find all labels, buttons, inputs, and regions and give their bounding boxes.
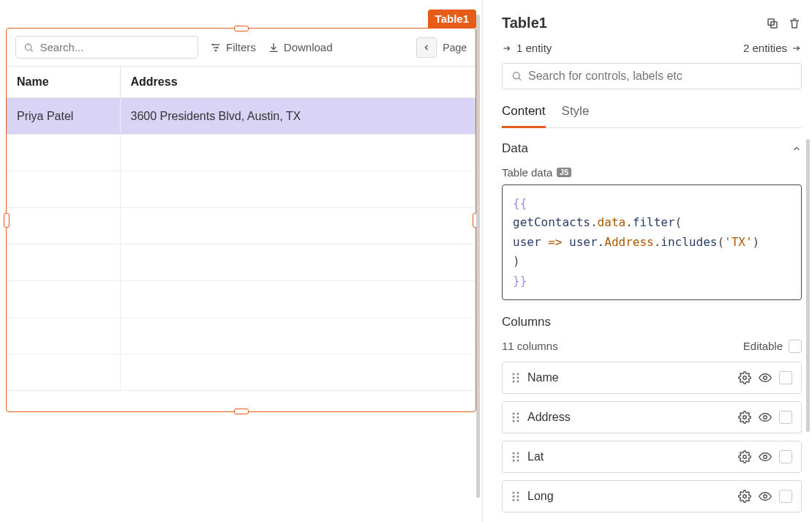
table-row[interactable] (7, 281, 475, 318)
column-checkbox[interactable] (779, 411, 792, 424)
panel-search[interactable] (502, 63, 802, 89)
panel-title: Table1 (502, 15, 758, 31)
svg-point-42 (513, 499, 515, 501)
column-name: Name (527, 371, 731, 384)
search-icon (511, 70, 522, 82)
delete-button[interactable] (787, 16, 802, 31)
gear-icon[interactable] (738, 450, 751, 463)
svg-point-20 (743, 376, 747, 380)
table-search-input[interactable] (40, 41, 190, 53)
drag-handle-icon[interactable] (511, 411, 520, 423)
panel-search-input[interactable] (528, 70, 792, 83)
table-header-row: Name Address (7, 67, 475, 98)
table-row[interactable]: Priya Patel 3600 Presidents Blvd, Austin… (7, 98, 475, 135)
col-header-address[interactable]: Address (120, 67, 475, 98)
crumb-right-text: 2 entities (743, 42, 787, 54)
svg-point-40 (513, 495, 515, 497)
drag-handle-icon[interactable] (511, 451, 520, 463)
column-checkbox[interactable] (779, 450, 792, 463)
gear-icon[interactable] (738, 411, 751, 424)
column-row[interactable]: Name (502, 362, 802, 394)
property-panel: Table1 1 entity 2 entities Content (483, 0, 812, 522)
crumb-left-text: 1 entity (516, 42, 552, 54)
resize-handle-bottom[interactable] (234, 409, 249, 414)
eye-icon[interactable] (759, 490, 772, 503)
svg-point-39 (517, 491, 519, 493)
svg-point-23 (517, 412, 519, 414)
copy-button[interactable] (765, 16, 780, 31)
svg-point-0 (25, 44, 31, 50)
crumb-left[interactable]: 1 entity (502, 42, 552, 54)
table-widget[interactable]: Filters Download Page Name Add (6, 28, 476, 412)
panel-scrollbar[interactable] (806, 139, 810, 447)
svg-point-41 (517, 495, 519, 497)
columns-heading: Columns (502, 315, 551, 329)
code-token: Address (604, 235, 653, 249)
gear-icon[interactable] (738, 371, 751, 384)
svg-point-5 (212, 44, 213, 45)
column-row[interactable]: Address (502, 401, 802, 433)
download-button[interactable]: Download (268, 41, 333, 53)
svg-point-19 (517, 380, 519, 382)
crumb-right[interactable]: 2 entities (743, 42, 802, 54)
js-badge[interactable]: JS (557, 168, 571, 177)
copy-icon (766, 17, 779, 30)
editable-checkbox[interactable] (789, 340, 802, 353)
table-row[interactable] (7, 208, 475, 245)
filters-button[interactable]: Filters (210, 41, 256, 53)
col-header-name[interactable]: Name (7, 67, 120, 98)
column-row[interactable]: Lat (502, 441, 802, 473)
code-token: data (598, 215, 626, 229)
code-token: user (513, 235, 541, 249)
tab-content[interactable]: Content (502, 104, 546, 128)
svg-point-32 (513, 455, 515, 458)
gear-icon[interactable] (738, 490, 751, 503)
column-checkbox[interactable] (779, 490, 792, 503)
svg-point-29 (764, 416, 767, 420)
table-data-field-label: Table data JS (502, 166, 802, 179)
svg-line-13 (519, 78, 521, 81)
table-toolbar: Filters Download Page (7, 29, 475, 67)
table-row[interactable] (7, 354, 475, 391)
svg-point-21 (764, 376, 767, 380)
table-row[interactable] (7, 135, 475, 171)
code-editor[interactable]: {{ getContacts.data.filter( user => user… (502, 184, 802, 300)
eye-icon[interactable] (759, 411, 772, 424)
resize-handle-left[interactable] (4, 213, 10, 228)
svg-point-24 (513, 416, 515, 418)
svg-point-45 (764, 495, 767, 499)
svg-point-44 (743, 495, 747, 499)
table-row[interactable] (7, 318, 475, 354)
code-token: includes (661, 235, 717, 249)
canvas-scrollbar[interactable] (476, 15, 480, 498)
table-data-label-text: Table data (502, 166, 552, 179)
resize-handle-top[interactable] (234, 26, 249, 31)
section-data[interactable]: Data (502, 141, 802, 156)
editable-label: Editable (743, 340, 783, 352)
table-row[interactable] (7, 245, 475, 281)
column-checkbox[interactable] (779, 371, 792, 384)
table-search[interactable] (15, 36, 198, 59)
drag-handle-icon[interactable] (511, 491, 520, 502)
page-label: Page (443, 42, 467, 53)
svg-point-22 (513, 412, 515, 414)
eye-icon[interactable] (759, 450, 772, 463)
eye-icon[interactable] (759, 371, 772, 384)
search-icon (23, 42, 34, 53)
svg-point-15 (517, 373, 519, 375)
section-data-title: Data (502, 141, 528, 156)
svg-point-31 (517, 452, 519, 454)
table-row[interactable] (7, 171, 475, 208)
svg-point-33 (517, 455, 519, 458)
column-name: Address (527, 411, 731, 424)
widget-label-badge[interactable]: Table1 (428, 10, 476, 28)
code-token: {{ (513, 196, 527, 210)
column-row[interactable]: Long (502, 480, 802, 512)
drag-handle-icon[interactable] (511, 372, 520, 384)
pager-prev-button[interactable] (416, 37, 437, 58)
svg-point-35 (517, 459, 519, 461)
svg-point-34 (513, 459, 515, 461)
svg-point-16 (513, 376, 515, 379)
svg-point-26 (513, 420, 515, 422)
tab-style[interactable]: Style (562, 104, 590, 127)
